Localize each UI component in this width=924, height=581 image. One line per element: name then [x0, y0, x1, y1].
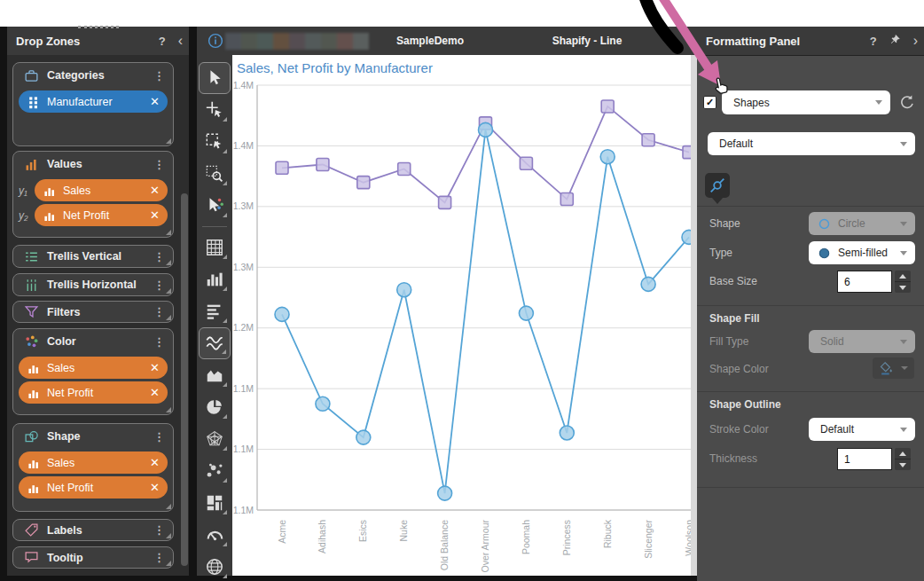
stepper-down-icon[interactable]: [895, 282, 911, 293]
stroke-color-label: Stroke Color: [709, 423, 769, 436]
select-tool[interactable]: [199, 62, 231, 94]
shape-overlap-icon: [24, 429, 39, 444]
data-point[interactable]: [438, 486, 452, 500]
redacted-swatch: [305, 33, 321, 50]
radar-chart-tool[interactable]: [199, 423, 231, 455]
chip-net-profit[interactable]: Net Profit✕: [19, 381, 168, 404]
x-axis-label: Princess: [561, 520, 572, 555]
zone-menu-icon[interactable]: ⋮: [151, 338, 168, 346]
treemap-tool[interactable]: [199, 487, 231, 519]
collapse-panel-icon[interactable]: ›: [907, 33, 924, 49]
thickness-input[interactable]: [837, 448, 892, 470]
chart-canvas: Sales, Net Profit by Manufacturer 1.4M1.…: [232, 55, 697, 576]
radar-chart-icon: [205, 429, 224, 449]
chip-sales[interactable]: Sales✕: [19, 357, 168, 379]
base-size-label: Base Size: [709, 275, 757, 287]
reset-icon[interactable]: [898, 94, 915, 111]
zone-menu-icon[interactable]: ⋮: [151, 281, 168, 289]
highlight-select-tool[interactable]: [199, 190, 231, 222]
grid-view-tool[interactable]: [199, 232, 231, 263]
chip-net-profit[interactable]: Net Profit✕: [35, 204, 168, 226]
type-dropdown[interactable]: Semi-filled: [809, 241, 915, 264]
remove-icon[interactable]: ✕: [146, 184, 160, 197]
panel-resize-grip[interactable]: [78, 26, 119, 28]
column-chart-icon: [205, 270, 224, 289]
help-icon[interactable]: ?: [153, 35, 172, 48]
chip-sales[interactable]: Sales✕: [19, 451, 168, 474]
scope-dropdown[interactable]: Default: [708, 132, 915, 155]
remove-icon[interactable]: ✕: [146, 386, 160, 399]
gauge-tool[interactable]: [199, 519, 231, 551]
remove-icon[interactable]: ✕: [146, 95, 160, 108]
circle-shape-icon: [818, 218, 830, 230]
stepper-up-icon[interactable]: [895, 271, 911, 282]
pie-chart-tool[interactable]: [199, 391, 231, 423]
remove-icon[interactable]: ✕: [146, 481, 160, 494]
data-point[interactable]: [479, 122, 493, 137]
data-point[interactable]: [439, 196, 451, 208]
marquee-select-tool[interactable]: [199, 126, 231, 158]
data-point[interactable]: [357, 177, 370, 189]
zoom-select-tool[interactable]: [199, 158, 231, 190]
area-chart-tool[interactable]: [199, 359, 231, 391]
scatter-chart-tool[interactable]: [199, 455, 231, 487]
data-point[interactable]: [560, 426, 574, 440]
chip-manufacturer[interactable]: Manufacturer✕: [19, 90, 168, 113]
tag-icon: [24, 522, 39, 538]
data-point[interactable]: [316, 396, 330, 411]
zone-menu-icon[interactable]: ⋮: [151, 253, 168, 261]
data-point[interactable]: [560, 193, 573, 206]
component-dropdown[interactable]: Shapes: [722, 90, 890, 114]
data-point[interactable]: [356, 430, 371, 444]
zone-menu-icon[interactable]: ⋮: [151, 554, 168, 561]
remove-icon[interactable]: ✕: [146, 361, 160, 374]
zone-menu-icon[interactable]: ⋮: [151, 161, 168, 169]
drop-zones-scrollbar[interactable]: [181, 193, 188, 566]
redacted-swatch: [225, 33, 241, 50]
help-icon[interactable]: ?: [864, 35, 883, 48]
zone-menu-icon[interactable]: ⋮: [151, 433, 168, 441]
column-chart-tool[interactable]: [199, 263, 231, 295]
base-size-input[interactable]: [837, 271, 892, 293]
chart-scrollbar[interactable]: [691, 55, 697, 576]
data-point[interactable]: [642, 134, 654, 146]
zone-label: Categories: [40, 69, 151, 82]
data-point[interactable]: [276, 161, 288, 174]
base-size-stepper[interactable]: [895, 271, 911, 293]
data-point[interactable]: [398, 163, 411, 176]
formatting-panel: Formatting Panel ? › ✓ Shapes Default: [697, 27, 924, 581]
shapes-tab[interactable]: [705, 173, 730, 198]
data-point[interactable]: [641, 277, 655, 291]
data-point[interactable]: [601, 100, 614, 113]
shapes-enable-checkbox[interactable]: ✓: [703, 96, 716, 109]
zone-menu-icon[interactable]: ⋮: [151, 72, 168, 80]
data-point[interactable]: [275, 307, 289, 321]
data-point[interactable]: [519, 306, 533, 320]
zone-menu-icon[interactable]: ⋮: [151, 526, 168, 534]
x-axis-label: Over Armour: [480, 519, 490, 572]
stepper-down-icon[interactable]: [895, 459, 911, 470]
data-point[interactable]: [317, 158, 329, 170]
row-chart-tool[interactable]: [199, 295, 231, 327]
pin-icon[interactable]: [883, 34, 907, 48]
map-tool[interactable]: [199, 551, 231, 581]
info-icon[interactable]: [208, 33, 223, 52]
y-axis-tick-label: 1.1M: [233, 383, 254, 394]
zoom-box-icon: [205, 164, 224, 184]
zone-menu-icon[interactable]: ⋮: [151, 308, 168, 316]
chip-net-profit[interactable]: Net Profit✕: [19, 476, 168, 499]
collapse-panel-icon[interactable]: ‹: [172, 33, 189, 49]
app-window: Drop Zones ? ‹ Categories⋮Manufacturer✕V…: [0, 0, 924, 581]
thickness-stepper[interactable]: [895, 448, 911, 470]
chip-sales[interactable]: Sales✕: [35, 179, 168, 201]
stroke-color-dropdown[interactable]: Default: [809, 418, 915, 441]
remove-icon[interactable]: ✕: [146, 208, 160, 222]
data-point[interactable]: [397, 283, 411, 297]
line-chart-tool[interactable]: [199, 327, 231, 359]
remove-icon[interactable]: ✕: [146, 456, 160, 469]
data-point[interactable]: [600, 150, 615, 164]
data-point[interactable]: [520, 157, 532, 169]
point-select-tool[interactable]: [199, 94, 231, 126]
stepper-up-icon[interactable]: [895, 448, 911, 459]
redacted-swatch: [321, 33, 337, 50]
